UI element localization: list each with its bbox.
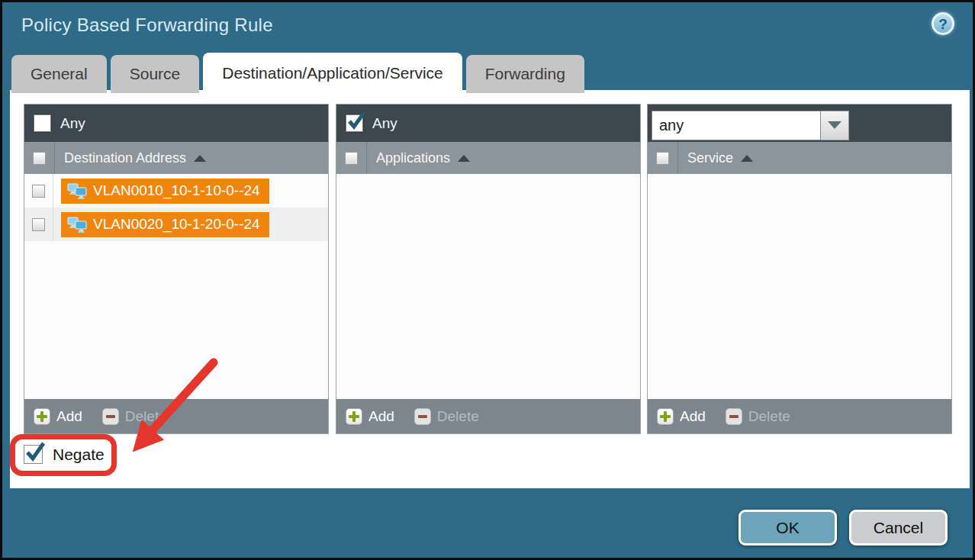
network-address-icon <box>67 183 88 199</box>
tab-forwarding[interactable]: Forwarding <box>466 55 584 93</box>
sort-ascending-icon <box>741 155 753 162</box>
add-icon[interactable] <box>34 408 50 425</box>
applications-list <box>336 174 640 399</box>
service-panel: any Service Add <box>647 104 952 434</box>
service-any-band: any <box>648 105 951 142</box>
tab-source[interactable]: Source <box>111 55 200 93</box>
tab-content: Any Destination Address <box>10 90 970 488</box>
pbf-rule-dialog: Policy Based Forwarding Rule ? General S… <box>2 2 973 558</box>
dialog-titlebar: Policy Based Forwarding Rule ? <box>2 2 973 53</box>
destination-column-header[interactable]: Destination Address <box>24 142 328 174</box>
service-column-header[interactable]: Service <box>648 142 951 174</box>
destination-column-label: Destination Address <box>64 150 186 166</box>
negate-checkbox[interactable] <box>24 445 43 464</box>
delete-icon[interactable] <box>102 408 119 425</box>
address-object-label: VLAN0010_10-1-10-0--24 <box>93 182 260 199</box>
list-item[interactable]: VLAN0020_10-1-20-0--24 <box>24 208 328 241</box>
destination-any-label: Any <box>60 115 85 132</box>
add-button[interactable]: Add <box>56 408 82 425</box>
ok-button[interactable]: OK <box>738 510 837 546</box>
applications-any-label: Any <box>372 115 397 132</box>
delete-icon[interactable] <box>414 408 431 425</box>
sort-ascending-icon <box>458 155 470 162</box>
help-icon[interactable]: ? <box>932 12 954 35</box>
negate-control: Negate <box>24 445 105 464</box>
destination-select-all-checkbox[interactable] <box>33 152 46 165</box>
applications-any-band: Any <box>336 105 640 142</box>
delete-button[interactable]: Delete <box>125 408 167 425</box>
add-button[interactable]: Add <box>680 408 706 425</box>
applications-panel: Any Applications Add Delete <box>336 104 641 434</box>
applications-toolbar: Add Delete <box>336 399 640 433</box>
list-item[interactable]: VLAN0010_10-1-10-0--24 <box>24 174 328 208</box>
applications-column-header[interactable]: Applications <box>336 142 640 174</box>
destination-any-band: Any <box>24 105 328 142</box>
applications-select-all-checkbox[interactable] <box>345 152 358 165</box>
dialog-title: Policy Based Forwarding Rule <box>21 14 273 36</box>
tab-general[interactable]: General <box>11 55 107 93</box>
sort-ascending-icon <box>194 155 206 162</box>
delete-button[interactable]: Delete <box>437 408 479 425</box>
service-select-all-checkbox[interactable] <box>656 152 669 165</box>
row-checkbox[interactable] <box>32 218 45 231</box>
dropdown-button[interactable] <box>821 111 849 140</box>
screen: Policy Based Forwarding Rule ? General S… <box>0 0 975 560</box>
delete-button[interactable]: Delete <box>748 408 790 425</box>
row-checkbox[interactable] <box>32 185 45 198</box>
tab-destination-application-service[interactable]: Destination/Application/Service <box>203 53 462 93</box>
service-dropdown[interactable]: any <box>652 111 849 140</box>
address-object-label: VLAN0020_10-1-20-0--24 <box>93 216 260 233</box>
negate-label: Negate <box>53 446 105 464</box>
service-toolbar: Add Delete <box>648 399 951 433</box>
add-button[interactable]: Add <box>368 408 394 425</box>
add-icon[interactable] <box>657 408 674 425</box>
applications-column-label: Applications <box>376 150 450 166</box>
destination-toolbar: Add Delete <box>24 399 328 433</box>
checkmark-icon <box>346 111 367 132</box>
delete-icon[interactable] <box>726 408 742 425</box>
tab-bar: General Source Destination/Application/S… <box>11 53 584 93</box>
chevron-down-icon <box>828 121 841 129</box>
add-icon[interactable] <box>346 408 362 425</box>
address-object-tag[interactable]: VLAN0020_10-1-20-0--24 <box>61 212 269 237</box>
destination-panel: Any Destination Address <box>24 104 329 434</box>
applications-any-checkbox[interactable] <box>346 114 363 132</box>
network-address-icon <box>67 217 88 233</box>
checkmark-icon <box>24 441 47 464</box>
service-list <box>648 174 951 399</box>
address-object-tag[interactable]: VLAN0010_10-1-10-0--24 <box>61 179 269 204</box>
service-dropdown-value[interactable]: any <box>652 111 821 140</box>
service-column-label: Service <box>687 150 733 166</box>
cancel-button[interactable]: Cancel <box>849 510 948 546</box>
destination-any-checkbox[interactable] <box>34 114 51 132</box>
destination-list: VLAN0010_10-1-10-0--24 <box>24 174 328 399</box>
